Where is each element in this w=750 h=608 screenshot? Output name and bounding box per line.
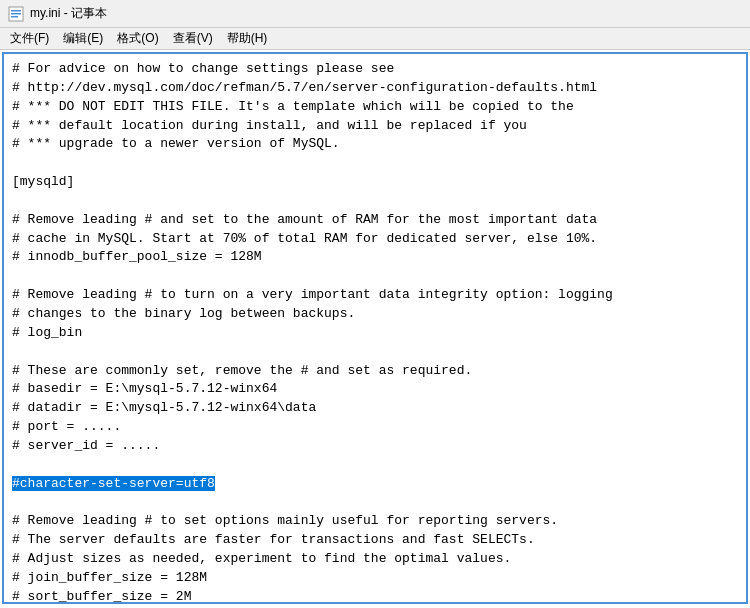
title-bar: my.ini - 记事本	[0, 0, 750, 28]
code-line: # basedir = E:\mysql-5.7.12-winx64	[12, 380, 738, 399]
code-line: # These are commonly set, remove the # a…	[12, 362, 738, 381]
menu-item-file[interactable]: 文件(F)	[4, 28, 55, 49]
svg-rect-2	[11, 13, 21, 15]
title-icon	[8, 6, 24, 22]
code-line	[12, 154, 738, 173]
code-line: # Remove leading # to turn on a very imp…	[12, 286, 738, 305]
code-line: # changes to the binary log between back…	[12, 305, 738, 324]
code-line	[12, 267, 738, 286]
menu-item-format[interactable]: 格式(O)	[111, 28, 164, 49]
code-content: # For advice on how to change settings p…	[12, 60, 738, 604]
code-line: # Remove leading # to set options mainly…	[12, 512, 738, 531]
window-container: my.ini - 记事本 文件(F) 编辑(E) 格式(O) 查看(V) 帮助(…	[0, 0, 750, 604]
code-line: # log_bin	[12, 324, 738, 343]
code-line	[12, 493, 738, 512]
code-line: # cache in MySQL. Start at 70% of total …	[12, 230, 738, 249]
menu-item-edit[interactable]: 编辑(E)	[57, 28, 109, 49]
svg-rect-1	[11, 10, 21, 12]
svg-rect-3	[11, 16, 18, 18]
code-line	[12, 192, 738, 211]
code-line	[12, 456, 738, 475]
menu-item-help[interactable]: 帮助(H)	[221, 28, 274, 49]
code-line: # innodb_buffer_pool_size = 128M	[12, 248, 738, 267]
code-line: # *** upgrade to a newer version of MySQ…	[12, 135, 738, 154]
highlighted-text: #character-set-server=utf8	[12, 476, 215, 491]
code-line: [mysqld]	[12, 173, 738, 192]
code-line: # Adjust sizes as needed, experiment to …	[12, 550, 738, 569]
code-line: # *** default location during install, a…	[12, 117, 738, 136]
code-line: # *** DO NOT EDIT THIS FILE. It's a temp…	[12, 98, 738, 117]
menu-bar: 文件(F) 编辑(E) 格式(O) 查看(V) 帮助(H)	[0, 28, 750, 50]
editor-area[interactable]: # For advice on how to change settings p…	[2, 52, 748, 604]
code-line	[12, 343, 738, 362]
code-line: # port = .....	[12, 418, 738, 437]
title-text: my.ini - 记事本	[30, 5, 107, 22]
code-line: # The server defaults are faster for tra…	[12, 531, 738, 550]
code-line: #character-set-server=utf8	[12, 475, 738, 494]
code-line: # For advice on how to change settings p…	[12, 60, 738, 79]
code-line: # server_id = .....	[12, 437, 738, 456]
code-line: # sort_buffer_size = 2M	[12, 588, 738, 604]
code-line: # join_buffer_size = 128M	[12, 569, 738, 588]
code-line: # http://dev.mysql.com/doc/refman/5.7/en…	[12, 79, 738, 98]
code-line: # datadir = E:\mysql-5.7.12-winx64\data	[12, 399, 738, 418]
menu-item-view[interactable]: 查看(V)	[167, 28, 219, 49]
code-line: # Remove leading # and set to the amount…	[12, 211, 738, 230]
